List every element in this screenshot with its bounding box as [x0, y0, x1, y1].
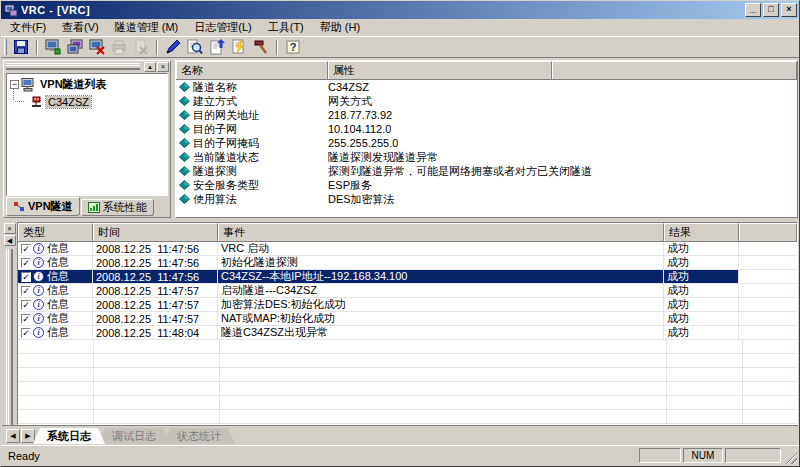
vpn-tab-icon: [13, 201, 25, 212]
property-row[interactable]: 目的子网 10.104.112.0: [176, 122, 797, 136]
log-row[interactable]: ✓ i 信息 2008.12.25 11:47:57 启动隧道---C34ZSZ…: [18, 284, 797, 298]
toolbar-grip[interactable]: [4, 39, 7, 55]
left-panel-tabs: VPN隧道 系统性能: [4, 197, 170, 217]
resize-grip[interactable]: [784, 451, 797, 464]
minimize-button[interactable]: _: [745, 3, 761, 17]
log-time: 2008.12.25 11:47:56: [93, 270, 218, 284]
log-sheet-tab[interactable]: 状态统计: [163, 428, 235, 444]
log-event: NAT或MAP:初始化成功: [218, 312, 664, 326]
menu-item[interactable]: 日志管理(L): [186, 19, 259, 36]
save-icon: [13, 39, 29, 55]
menu-item[interactable]: 帮助 (H): [312, 19, 368, 36]
log-result: 成功: [664, 326, 739, 340]
log-result: 成功: [664, 256, 739, 270]
panel-grip[interactable]: ▴ ×: [4, 61, 170, 72]
property-name: 安全服务类型: [193, 178, 259, 193]
column-header-type[interactable]: 类型: [18, 223, 93, 241]
tools-hammer-button[interactable]: [250, 38, 272, 57]
property-row[interactable]: 隧道探测 探测到隧道异常，可能是网络拥塞或者对方已关闭隧道: [176, 164, 797, 178]
connect-pen-button[interactable]: [162, 38, 184, 57]
log-checkbox[interactable]: ✓: [21, 272, 31, 282]
property-name: 使用算法: [193, 192, 237, 207]
tree-expand-icon[interactable]: −: [10, 80, 19, 89]
property-row[interactable]: 隧道名称 C34ZSZ: [176, 80, 797, 94]
log-empty-rows: [18, 340, 797, 424]
column-header-name[interactable]: 名称: [176, 61, 328, 79]
log-row[interactable]: ✓ i 信息 2008.12.25 11:47:56 C34ZSZ--本地IP地…: [18, 270, 797, 284]
log-sheet-tab[interactable]: 系统日志: [33, 428, 105, 444]
tab-scroll-left-button[interactable]: ◀: [6, 429, 20, 443]
property-value: 隧道探测发现隧道异常: [328, 150, 438, 165]
save-button[interactable]: [10, 38, 32, 57]
title-bar: VRC - [VRC] _ □ ×: [1, 1, 799, 19]
property-value: 10.104.112.0: [328, 123, 391, 135]
log-result: 成功: [664, 270, 739, 284]
menu-item[interactable]: 文件(F): [2, 19, 54, 36]
info-icon: i: [33, 299, 44, 310]
panel-minimize-button[interactable]: ▴: [144, 62, 156, 72]
property-name: 目的子网: [193, 122, 237, 137]
new-tunnel-button[interactable]: [42, 38, 64, 57]
maximize-button[interactable]: □: [763, 3, 779, 17]
column-header-time[interactable]: 时间: [93, 223, 218, 241]
tree-item-label: C34ZSZ: [46, 96, 91, 108]
property-row[interactable]: 使用算法 DES加密算法: [176, 192, 797, 206]
log-config-button[interactable]: [228, 38, 250, 57]
column-header-value[interactable]: 属性: [328, 61, 552, 79]
log-sheet-tab[interactable]: 调试日志: [98, 428, 170, 444]
property-node-icon: [179, 138, 190, 148]
property-row[interactable]: 目的子网掩码 255.255.255.0: [176, 136, 797, 150]
tab-scroll-right-button[interactable]: ▶: [21, 429, 35, 443]
info-icon: i: [33, 257, 44, 268]
log-row[interactable]: ✓ i 信息 2008.12.25 11:47:56 VRC 启动 成功: [18, 242, 797, 256]
menu-item[interactable]: 查看(V): [54, 19, 107, 36]
tree-root-item[interactable]: − VPN隧道列表: [9, 76, 167, 93]
property-node-icon: [179, 166, 190, 176]
log-checkbox[interactable]: ✓: [21, 286, 31, 296]
log-event: 启动隧道---C34ZSZ: [218, 284, 664, 298]
window-title: VRC - [VRC]: [21, 4, 90, 16]
log-close-button[interactable]: ×: [4, 223, 16, 234]
log-checkbox[interactable]: ✓: [21, 244, 31, 254]
tunnel-plug-icon: [30, 96, 43, 108]
log-row[interactable]: ✓ i 信息 2008.12.25 11:47:56 初始化隧道探测 成功: [18, 256, 797, 270]
delete-tunnel-button[interactable]: [86, 38, 108, 57]
export-log-button[interactable]: [206, 38, 228, 57]
tree-item-tunnel[interactable]: C34ZSZ: [9, 93, 167, 110]
panel-close-button[interactable]: ×: [157, 62, 169, 72]
property-node-icon: [179, 194, 190, 204]
left-panel-tab[interactable]: 系统性能: [81, 199, 154, 216]
log-checkbox[interactable]: ✓: [21, 328, 31, 338]
log-event: C34ZSZ--本地IP地址--192.168.34.100: [218, 270, 664, 284]
property-row[interactable]: 安全服务类型 ESP服务: [176, 178, 797, 192]
search-button[interactable]: [184, 38, 206, 57]
log-row[interactable]: ✓ i 信息 2008.12.25 11:48:04 隧道C34ZSZ出现异常 …: [18, 326, 797, 340]
tunnel-manage-button[interactable]: [64, 38, 86, 57]
column-header-event[interactable]: 事件: [218, 223, 664, 241]
clear-log-button[interactable]: [130, 38, 152, 57]
log-panel-strip: × ◀: [2, 222, 17, 425]
left-panel-tab[interactable]: VPN隧道: [6, 197, 80, 216]
status-message: Ready: [3, 450, 637, 462]
app-window: VRC - [VRC] _ □ × 文件(F)查看(V)隧道管理 (M)日志管理…: [0, 0, 800, 467]
menu-item[interactable]: 隧道管理 (M): [107, 19, 187, 36]
log-checkbox[interactable]: ✓: [21, 314, 31, 324]
property-row[interactable]: 建立方式 网关方式: [176, 94, 797, 108]
log-checkbox[interactable]: ✓: [21, 258, 31, 268]
log-collapse-button[interactable]: ◀: [4, 235, 16, 246]
log-row[interactable]: ✓ i 信息 2008.12.25 11:47:57 加密算法DES:初始化成功…: [18, 298, 797, 312]
log-row[interactable]: ✓ i 信息 2008.12.25 11:47:57 NAT或MAP:初始化成功…: [18, 312, 797, 326]
help-button[interactable]: ?: [282, 38, 304, 57]
log-time: 2008.12.25 11:47:57: [93, 312, 218, 326]
print-button[interactable]: [108, 38, 130, 57]
menu-item[interactable]: 工具(T): [260, 19, 312, 36]
status-bar: Ready NUM: [1, 445, 799, 466]
log-panel-grip[interactable]: [6, 249, 13, 425]
column-header-result[interactable]: 结果: [664, 223, 739, 241]
property-value: C34ZSZ: [328, 81, 369, 93]
log-checkbox[interactable]: ✓: [21, 300, 31, 310]
property-row[interactable]: 当前隧道状态 隧道探测发现隧道异常: [176, 150, 797, 164]
property-row[interactable]: 目的网关地址 218.77.73.92: [176, 108, 797, 122]
close-button[interactable]: ×: [781, 3, 797, 17]
info-icon: i: [33, 271, 44, 282]
